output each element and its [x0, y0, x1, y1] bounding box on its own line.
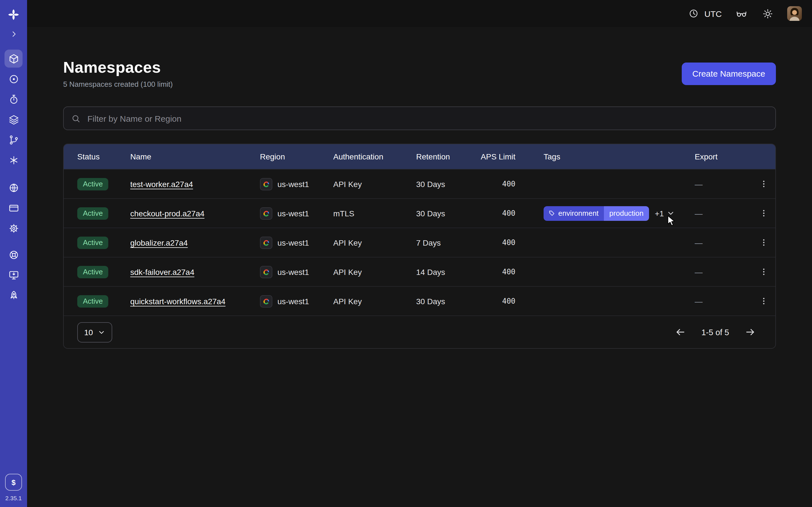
auth-label: API Key: [333, 267, 416, 276]
tag-more-label: +1: [655, 209, 664, 218]
region-label: us-west1: [277, 238, 309, 247]
auth-label: API Key: [333, 179, 416, 188]
status-badge: Active: [77, 236, 109, 249]
table-row: Active globalizer.a27a4 us-west1 API Key…: [64, 228, 775, 257]
theme-toggle-button[interactable]: [761, 7, 774, 20]
kebab-icon: [759, 296, 768, 306]
aps-limit-value: 400: [480, 268, 544, 276]
previous-page-button[interactable]: [674, 326, 687, 338]
table-row: Active quickstart-workflows.a27a4 us-wes…: [64, 286, 775, 316]
row-menu-button[interactable]: [756, 293, 771, 309]
auth-label: API Key: [333, 297, 416, 305]
page-title: Namespaces: [63, 59, 173, 76]
namespace-link[interactable]: test-worker.a27a4: [130, 179, 193, 188]
gcp-icon: [260, 236, 272, 249]
pagination: 1-5 of 5: [674, 326, 756, 338]
status-badge: Active: [77, 266, 109, 278]
namespace-count-subtitle: 5 Namespaces created (100 limit): [63, 80, 173, 89]
arrow-right-icon: [745, 327, 755, 337]
tag-expand-button[interactable]: [666, 209, 675, 217]
column-header-status: Status: [64, 152, 130, 161]
glasses-icon: [736, 8, 747, 19]
sidebar-item-getting-started[interactable]: [4, 286, 22, 304]
temporal-logo[interactable]: [4, 6, 22, 24]
rocket-icon: [8, 290, 19, 300]
sidebar-item-docs[interactable]: [4, 266, 22, 284]
tag-chip[interactable]: environment production: [544, 206, 649, 221]
row-menu-button[interactable]: [756, 205, 771, 221]
column-header-aps-limit: APS Limit: [480, 152, 544, 161]
table-row: Active checkout-prod.a27a4 us-west1 mTLS…: [64, 198, 775, 228]
column-header-tags: Tags: [544, 152, 695, 161]
table-header-row: Status Name Region Authentication Retent…: [64, 144, 775, 169]
timezone-selector[interactable]: UTC: [688, 7, 722, 20]
chevron-down-icon: [98, 328, 105, 336]
aps-limit-value: 400: [480, 238, 544, 247]
column-header-name: Name: [130, 152, 260, 161]
row-menu-button[interactable]: [756, 235, 771, 250]
sidebar-item-schedules[interactable]: [4, 90, 22, 108]
sidebar-expand-button[interactable]: [6, 26, 21, 42]
export-value: —: [695, 179, 752, 188]
row-menu-button[interactable]: [756, 264, 771, 280]
clock-icon: [688, 7, 700, 20]
kebab-icon: [759, 209, 768, 218]
status-badge: Active: [77, 207, 109, 219]
namespace-link[interactable]: globalizer.a27a4: [130, 238, 188, 247]
gcp-icon: [260, 266, 272, 278]
aps-limit-value: 400: [480, 209, 544, 217]
glasses-icon-button[interactable]: [735, 7, 748, 20]
sidebar-item-namespaces[interactable]: [4, 50, 22, 68]
sidebar-item-workflows[interactable]: [4, 131, 22, 149]
tag-icon: [549, 210, 555, 216]
sidebar-item-support[interactable]: [4, 245, 22, 264]
table-row: Active test-worker.a27a4 us-west1 API Ke…: [64, 169, 775, 198]
timezone-label: UTC: [704, 9, 722, 18]
sidebar-item-billing[interactable]: [4, 199, 22, 217]
sidebar-item-settings[interactable]: [4, 219, 22, 237]
account-menu-button[interactable]: [787, 6, 802, 21]
namespace-link[interactable]: checkout-prod.a27a4: [130, 209, 204, 218]
retention-label: 14 Days: [416, 267, 480, 276]
branch-icon: [8, 134, 19, 145]
kebab-icon: [759, 267, 768, 277]
namespaces-table: Status Name Region Authentication Retent…: [63, 144, 776, 349]
app-root: $ 2.35.1 UTC: [0, 0, 812, 507]
column-header-retention: Retention: [416, 152, 480, 161]
sidebar-item-nexus[interactable]: [4, 70, 22, 88]
next-page-button[interactable]: [744, 326, 756, 338]
create-namespace-button[interactable]: Create Namespace: [682, 62, 776, 85]
region-label: us-west1: [277, 179, 309, 188]
region-label: us-west1: [277, 267, 309, 276]
main-content: Namespaces 5 Namespaces created (100 lim…: [27, 27, 812, 507]
kebab-icon: [759, 179, 768, 189]
page-size-select[interactable]: 10: [77, 322, 112, 342]
arrow-left-icon: [675, 327, 686, 337]
lifebuoy-icon: [8, 249, 19, 260]
namespace-link[interactable]: sdk-failover.a27a4: [130, 267, 194, 276]
retention-label: 7 Days: [416, 238, 480, 247]
globe-icon: [8, 182, 19, 193]
auth-label: API Key: [333, 238, 416, 247]
filter-input[interactable]: [86, 113, 768, 124]
row-menu-button[interactable]: [756, 176, 771, 192]
sun-icon: [762, 8, 773, 19]
sidebar-item-deployments[interactable]: [4, 110, 22, 128]
retention-label: 30 Days: [416, 297, 480, 305]
aps-limit-value: 400: [480, 180, 544, 188]
sidebar-item-batch-operations[interactable]: [4, 151, 22, 169]
namespace-link[interactable]: quickstart-workflows.a27a4: [130, 297, 225, 305]
kebab-icon: [759, 238, 768, 247]
chevron-right-icon: [9, 30, 18, 38]
sidebar-group-account: [4, 179, 22, 237]
usage-button[interactable]: $: [5, 474, 22, 491]
chevron-down-icon: [666, 209, 675, 217]
target-icon: [8, 73, 19, 84]
export-value: —: [695, 209, 752, 218]
region-label: us-west1: [277, 209, 309, 218]
topbar: UTC: [27, 0, 812, 27]
asterisk-icon: [8, 155, 19, 165]
avatar: [787, 6, 802, 21]
sidebar-item-cloud[interactable]: [4, 179, 22, 196]
column-header-region: Region: [260, 152, 333, 161]
